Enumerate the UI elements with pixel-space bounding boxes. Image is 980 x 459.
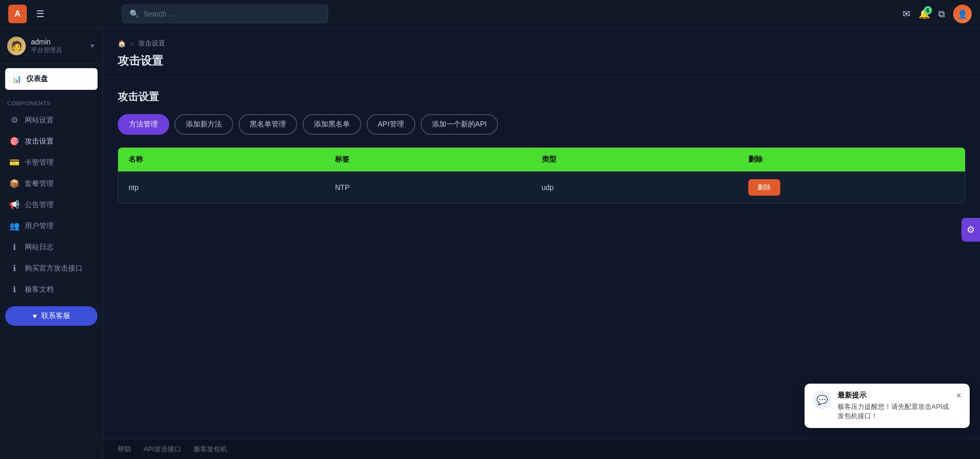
hamburger-button[interactable]: ☰ [32, 6, 49, 22]
notification-badge: 6 [924, 6, 932, 14]
sidebar-item-card-settings[interactable]: 💳 卡密管理 [2, 152, 101, 173]
dashboard-icon: 📊 [12, 75, 21, 83]
delete-row-button[interactable]: 删除 [748, 179, 780, 196]
card-settings-icon: 💳 [9, 157, 20, 167]
sidebar-user-role: 平台管理员 [31, 46, 84, 55]
attack-settings-icon: 🎯 [9, 136, 20, 146]
dashboard-label: 仪表盘 [26, 74, 48, 84]
sidebar-item-package-settings[interactable]: 📦 套餐管理 [2, 173, 101, 194]
breadcrumb-separator: > [130, 40, 134, 48]
sidebar-dashboard-item[interactable]: 📊 仪表盘 [5, 68, 98, 90]
mail-button[interactable]: ✉ [903, 8, 910, 20]
sidebar-user-info: admin 平台管理员 [31, 38, 84, 55]
td-tag: NTP [335, 183, 541, 192]
support-heart-icon: ♥ [33, 312, 37, 320]
sidebar-item-user-management[interactable]: 👥 用户管理 [2, 215, 101, 236]
th-delete: 删除 [748, 155, 955, 164]
page-title: 攻击设置 [118, 53, 966, 69]
sidebar-item-geek-docs[interactable]: ℹ 极客文档 [2, 279, 101, 300]
sidebar-item-website-settings[interactable]: ⚙ 网站设置 [2, 109, 101, 131]
sidebar-user[interactable]: 🧑 admin 平台管理员 ▼ [0, 28, 103, 64]
tab-add-method[interactable]: 添加新方法 [174, 114, 233, 135]
geek-docs-icon: ℹ [9, 284, 20, 294]
tab-api-management[interactable]: API管理 [366, 114, 415, 135]
package-settings-icon: 📦 [9, 179, 20, 188]
search-input[interactable] [143, 10, 320, 18]
sidebar-item-announcement[interactable]: 📢 公告管理 [2, 194, 101, 215]
table-row: ntp NTP udp 删除 [118, 171, 965, 203]
toast-message: 极客压力提醒您！请先配置攻击API或发包机接口！ [838, 402, 950, 421]
search-icon: 🔍 [130, 9, 139, 19]
sidebar-item-label: 购买官方攻击接口 [25, 264, 83, 273]
layers-icon: ⧉ [938, 9, 945, 19]
tab-add-api[interactable]: 添加一个新的API [421, 114, 499, 135]
support-button[interactable]: ♥ 联系客服 [5, 306, 98, 326]
notification-toast: 💬 最新提示 极客压力提醒您！请先配置攻击API或发包机接口！ × [805, 384, 970, 428]
website-settings-icon: ⚙ [9, 115, 20, 125]
logo-area: A ☰ [8, 5, 111, 23]
tab-blacklist-management[interactable]: 黑名单管理 [238, 114, 297, 135]
tab-buttons: 方法管理 添加新方法 黑名单管理 添加黑名单 API管理 添加一个新的API [118, 114, 966, 135]
top-header: A ☰ 🔍 ✉ 🔔 6 ⧉ 👤 [0, 0, 980, 28]
breadcrumb-home[interactable]: 🏠 [118, 40, 126, 48]
sidebar-item-label: 公告管理 [25, 200, 54, 210]
th-tag: 标签 [335, 155, 541, 164]
settings-gear-icon: ⚙ [967, 225, 975, 235]
footer-link-api[interactable]: API攻击接口 [143, 445, 181, 454]
section-title: 攻击设置 [118, 90, 966, 104]
toast-close-button[interactable]: × [956, 391, 961, 400]
data-table: 名称 标签 类型 删除 ntp NTP udp 删除 [118, 147, 966, 203]
sidebar-item-label: 网站日志 [25, 243, 54, 252]
search-container: 🔍 [122, 5, 328, 23]
sidebar-user-arrow-icon: ▼ [89, 42, 95, 50]
search-box: 🔍 [122, 5, 328, 23]
th-type: 类型 [542, 155, 748, 164]
tab-add-blacklist[interactable]: 添加黑名单 [302, 114, 361, 135]
sidebar-user-name: admin [31, 38, 84, 46]
sidebar-item-attack-settings[interactable]: 🎯 攻击设置 [2, 131, 101, 152]
td-delete: 删除 [748, 179, 955, 196]
sidebar: 🧑 admin 平台管理员 ▼ 📊 仪表盘 COMPONENTS ⚙ 网站设置 … [0, 28, 103, 459]
toast-title: 最新提示 [838, 391, 950, 400]
footer-link-geek[interactable]: 极客发包机 [194, 445, 227, 454]
sidebar-section-label: COMPONENTS [0, 94, 103, 109]
header-right: ✉ 🔔 6 ⧉ 👤 [903, 5, 972, 23]
sidebar-item-label: 套餐管理 [25, 179, 54, 188]
footer-link-help[interactable]: 帮助 [118, 445, 131, 454]
sidebar-item-label: 用户管理 [25, 221, 54, 231]
layers-button[interactable]: ⧉ [938, 9, 945, 20]
table-header: 名称 标签 类型 删除 [118, 148, 965, 171]
toast-icon: 💬 [813, 391, 831, 409]
sidebar-item-label: 攻击设置 [25, 137, 54, 146]
site-log-icon: ℹ [9, 242, 20, 252]
support-label: 联系客服 [41, 311, 70, 321]
td-type: udp [542, 183, 748, 192]
content-header: 🏠 > 攻击设置 攻击设置 [103, 28, 980, 77]
td-name: ntp [128, 183, 335, 192]
sidebar-item-label: 网站设置 [25, 116, 54, 125]
sidebar-item-label: 卡密管理 [25, 158, 54, 167]
notification-button[interactable]: 🔔 6 [919, 8, 930, 20]
sidebar-item-buy-attack-api[interactable]: ℹ 购买官方攻击接口 [2, 258, 101, 279]
floating-settings-button[interactable]: ⚙ [961, 218, 980, 242]
breadcrumb: 🏠 > 攻击设置 [118, 39, 966, 48]
sidebar-item-label: 极客文档 [25, 285, 54, 294]
mail-icon: ✉ [903, 9, 910, 19]
buy-attack-icon: ℹ [9, 263, 20, 273]
announcement-icon: 📢 [9, 200, 20, 210]
toast-content: 最新提示 极客压力提醒您！请先配置攻击API或发包机接口！ [838, 391, 950, 421]
user-management-icon: 👥 [9, 221, 20, 231]
app-logo: A [8, 5, 27, 23]
th-name: 名称 [128, 155, 335, 164]
footer: 帮助 API攻击接口 极客发包机 [103, 439, 980, 459]
sidebar-user-avatar: 🧑 [7, 37, 26, 55]
user-avatar-button[interactable]: 👤 [953, 5, 972, 23]
user-avatar-image: 👤 [953, 5, 972, 23]
breadcrumb-current: 攻击设置 [138, 39, 165, 48]
sidebar-item-site-log[interactable]: ℹ 网站日志 [2, 236, 101, 258]
tab-method-management[interactable]: 方法管理 [118, 114, 169, 135]
